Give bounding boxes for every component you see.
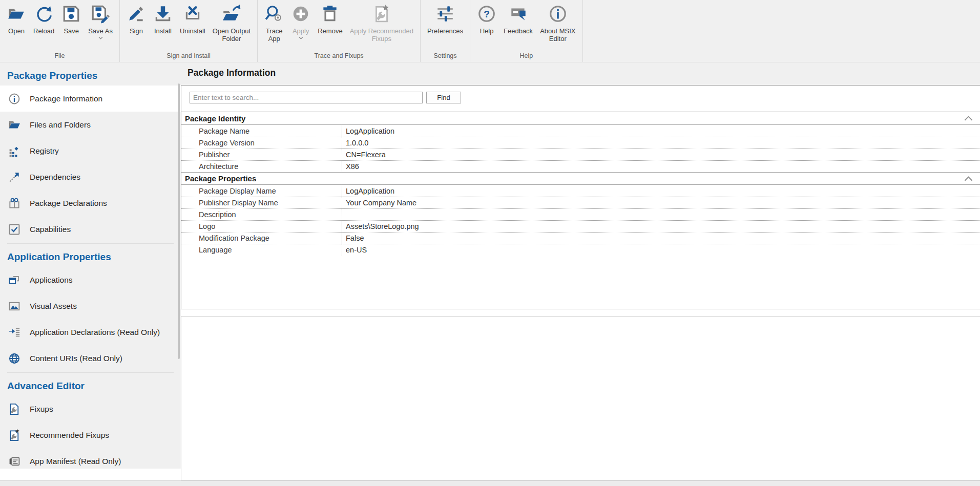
sidebar-item-label: Capabilities	[30, 225, 71, 234]
grid-value-architecture[interactable]: X86	[342, 161, 980, 172]
grid-value-description[interactable]	[342, 209, 980, 220]
sidebar-item-app-manifest-read-only[interactable]: App Manifest (Read Only)	[0, 448, 181, 469]
help-icon: ?	[477, 4, 496, 24]
search-row: Find	[181, 86, 980, 112]
ribbon-button-feedback[interactable]: Feedback	[500, 3, 536, 36]
sidebar-item-visual-assets[interactable]: Visual Assets	[0, 293, 181, 319]
ribbon-button-open-output-folder[interactable]: Open OutputFolder	[209, 3, 254, 44]
ribbon-group-label: Sign and Install	[122, 51, 255, 62]
package-info-panel: Find Package IdentityPackage NameLogAppl…	[181, 85, 980, 309]
collapse-chevron-icon[interactable]	[964, 176, 973, 181]
ribbon-button-save-as[interactable]: Save As	[85, 3, 116, 40]
ribbon-button-label: Remove	[318, 27, 342, 35]
sidebar-item-label: Content URIs (Read Only)	[30, 354, 122, 363]
application-declarations-icon	[8, 326, 21, 339]
files-folders-icon	[8, 118, 21, 132]
content-uris-icon	[8, 352, 21, 365]
grid-label: Package Version	[181, 137, 342, 149]
grid-label: Logo	[181, 221, 342, 232]
ribbon-button-save[interactable]: Save	[58, 3, 85, 36]
preferences-icon	[435, 4, 455, 24]
grid-value-publisher[interactable]: CN=Flexera	[342, 149, 980, 160]
sidebar-item-fixups[interactable]: Fixups	[0, 396, 181, 422]
ribbon-button-label: Uninstall	[180, 27, 205, 35]
grid-group-package-properties: Package PropertiesPackage Display NameLo…	[181, 172, 980, 256]
reload-icon	[34, 4, 54, 24]
grid-group-title: Package Identity	[185, 114, 245, 123]
ribbon-group-settings: PreferencesSettings	[421, 0, 470, 62]
ribbon-group-label: File	[2, 51, 117, 62]
feedback-icon	[509, 4, 528, 24]
remove-icon	[320, 4, 340, 24]
sidebar-item-registry[interactable]: Registry	[0, 138, 181, 164]
sidebar-item-application-declarations-read-only[interactable]: Application Declarations (Read Only)	[0, 319, 181, 345]
ribbon-button-label: Apply	[293, 27, 309, 35]
ribbon-button-about-msix-editor[interactable]: About MSIXEditor	[536, 3, 579, 44]
sidebar-item-label: Fixups	[30, 405, 53, 414]
collapse-chevron-icon[interactable]	[964, 116, 973, 121]
grid-row-language: Languageen-US	[181, 244, 980, 256]
chevron-down-icon[interactable]	[299, 36, 303, 39]
ribbon-button-install[interactable]: Install	[150, 3, 176, 36]
sidebar-item-package-declarations[interactable]: Package Declarations	[0, 190, 181, 216]
grid-row-package-display-name: Package Display NameLogApplication	[181, 185, 980, 197]
grid-value-package-version[interactable]: 1.0.0.0	[342, 137, 980, 149]
grid-row-publisher: PublisherCN=Flexera	[181, 149, 980, 160]
find-button[interactable]: Find	[426, 92, 461, 103]
sidebar-item-files-and-folders[interactable]: Files and Folders	[0, 112, 181, 138]
content-header: Package Information	[181, 62, 980, 85]
capabilities-icon	[8, 223, 21, 236]
ribbon-group-label: Settings	[423, 51, 468, 62]
ribbon-button-label: Reload	[33, 27, 54, 35]
sidebar-nav: Package PropertiesPackage InformationFil…	[0, 62, 181, 469]
ribbon-button-label: Open OutputFolder	[213, 27, 251, 43]
ribbon-button-remove[interactable]: Remove	[314, 3, 346, 36]
grid-value-package-name[interactable]: LogApplication	[342, 125, 980, 137]
sidebar-item-dependencies[interactable]: Dependencies	[0, 164, 181, 190]
ribbon-button-apply-recommended-fixups: Apply RecommendedFixups	[346, 3, 417, 44]
svg-text:?: ?	[484, 9, 490, 19]
sidebar-item-label: Files and Folders	[30, 120, 91, 130]
sidebar-item-recommended-fixups[interactable]: Recommended Fixups	[0, 422, 181, 448]
ribbon-button-help[interactable]: ?Help	[473, 3, 500, 36]
search-input[interactable]	[190, 92, 423, 103]
grid-value-publisher-display-name[interactable]: Your Company Name	[342, 197, 980, 208]
grid-value-modification-package[interactable]: False	[342, 233, 980, 244]
grid-group-header: Package Identity	[181, 112, 980, 125]
sidebar-item-label: App Manifest (Read Only)	[30, 457, 121, 466]
ribbon-button-open[interactable]: Open	[3, 3, 30, 36]
sidebar-item-capabilities[interactable]: Capabilities	[0, 216, 181, 242]
grid-value-logo[interactable]: Assets\StoreLogo.png	[342, 221, 980, 232]
property-grid: Package IdentityPackage NameLogApplicati…	[181, 112, 980, 256]
sidebar-item-label: Applications	[30, 276, 73, 285]
open-folder-icon	[7, 4, 26, 24]
recommended-fixups-icon	[372, 4, 391, 24]
ribbon-button-uninstall[interactable]: Uninstall	[176, 3, 209, 36]
chevron-down-icon[interactable]	[98, 36, 103, 39]
grid-value-language[interactable]: en-US	[342, 244, 980, 256]
sidebar-item-content-uris-read-only[interactable]: Content URIs (Read Only)	[0, 345, 181, 371]
visual-assets-icon	[8, 300, 21, 313]
ribbon-button-trace-app[interactable]: TraceApp	[261, 3, 287, 44]
ribbon-group-label: Trace and Fixups	[260, 51, 418, 62]
sidebar-scrollbar[interactable]	[178, 83, 180, 359]
sidebar-item-label: Registry	[30, 146, 59, 156]
sidebar-item-label: Application Declarations (Read Only)	[30, 328, 160, 337]
grid-label: Language	[181, 244, 342, 256]
sign-icon	[127, 4, 146, 24]
applications-icon	[8, 273, 21, 287]
grid-label: Publisher	[181, 149, 342, 160]
sidebar-item-label: Recommended Fixups	[30, 431, 109, 440]
grid-label: Modification Package	[181, 233, 342, 244]
ribbon-button-reload[interactable]: Reload	[30, 3, 58, 36]
ribbon-button-label: Open	[8, 27, 25, 35]
ribbon-button-preferences[interactable]: Preferences	[424, 3, 467, 36]
sidebar-item-applications[interactable]: Applications	[0, 267, 181, 293]
msix-editor-window: OpenReloadSaveSave AsFileSignInstallUnin…	[0, 0, 980, 486]
grid-label: Publisher Display Name	[181, 197, 342, 208]
ribbon-group-sign-and-install: SignInstallUninstallOpen OutputFolderSig…	[120, 0, 258, 62]
ribbon-button-label: Save As	[88, 27, 113, 35]
grid-value-package-display-name[interactable]: LogApplication	[342, 185, 980, 197]
sidebar-item-package-information[interactable]: Package Information	[0, 86, 181, 112]
ribbon-button-sign[interactable]: Sign	[123, 3, 150, 36]
